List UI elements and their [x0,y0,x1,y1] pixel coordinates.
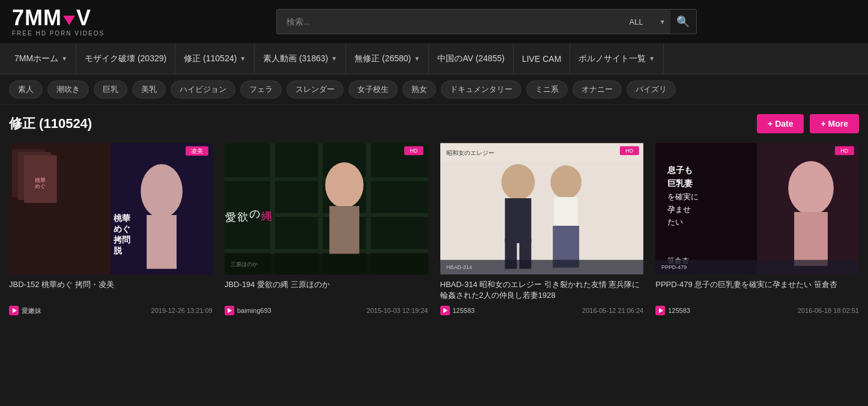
video-title: HBAD-314 昭和女のエレジー 引き裂かれた友情 憲兵隊に輪姦された2人の仲… [440,279,644,302]
svg-text:桃華: 桃華 [113,213,130,223]
tags-bar: 素人潮吹き巨乳美乳ハイビジョンフェラスレンダー女子校生熟女ドキュメンタリーミニ系… [0,74,868,105]
tag-pill[interactable]: ハイビジョン [171,80,235,98]
nav-item-chinese[interactable]: 中国のAV (24855) [429,43,514,74]
tag-pill[interactable]: オナニー [572,80,622,98]
tag-pill[interactable]: 熟女 [402,80,436,98]
svg-text:三原ほのか: 三原ほのか [231,261,258,267]
video-date: 2019-12-26 13:21:09 [151,307,213,314]
meta-left: 125583 [440,306,475,315]
logo-area: 7MM V FREE HD PORN VIDEOS [12,7,105,37]
section-buttons: + Date + More [757,114,859,133]
nav-item-sites[interactable]: ポルノサイト一覧 ▼ [570,43,664,74]
video-thumbnail: 昭和女のエレジー HD HBAD-314 [440,143,644,274]
search-icon: 🔍 [676,15,690,28]
nav-sites-label: ポルノサイト一覧 [578,53,646,64]
tag-pill[interactable]: 素人 [9,80,43,98]
svg-point-51 [788,161,834,215]
video-meta: baiming693 2015-10-03 12:19:24 [225,306,428,315]
video-meta: 125583 2016-06-18 18:02:51 [655,306,859,315]
video-meta: 125583 2016-05-12 21:06:24 [440,306,644,315]
nav-item-amateur[interactable]: 素人動画 (31863) ▼ [255,43,346,74]
search-button[interactable]: 🔍 [670,9,697,34]
svg-text:HBAD-314: HBAD-314 [446,264,472,270]
chevron-down-icon: ▼ [240,55,246,62]
nav-bar: 7MMホーム ▼ モザイク破壊 (20329) 修正 (110524) ▼ 素人… [0,43,868,74]
meta-left: 125583 [655,306,690,315]
logo-subtitle: FREE HD PORN VIDEOS [12,30,105,37]
svg-rect-40 [554,197,578,227]
content-area: 修正 (110524) + Date + More 桃華 めぐ [0,105,868,324]
play-icon [440,306,450,315]
svg-text:拷問: 拷問 [113,234,130,244]
svg-point-8 [141,164,183,218]
svg-rect-25 [329,206,359,254]
svg-text:HD: HD [410,148,417,154]
video-meta: 愛嫩妹 2019-12-26 13:21:09 [9,306,213,315]
nav-item-home[interactable]: 7MMホーム ▼ [6,43,76,74]
tag-pill[interactable]: フェラ [240,80,282,98]
video-card[interactable]: 息子も 巨乳妻 を確実に 孕ませ たい 笹倉杏 HD PPPD-479 PPPD… [655,143,859,315]
svg-rect-9 [147,215,177,269]
video-uploader[interactable]: baiming693 [237,307,272,314]
svg-rect-36 [505,198,531,243]
logo-7mm: 7MM [12,7,62,29]
nav-item-uncensored[interactable]: 無修正 (26580) ▼ [346,43,429,74]
video-uploader[interactable]: 愛嫩妹 [22,306,41,315]
svg-rect-34 [440,143,644,274]
header: 7MM V FREE HD PORN VIDEOS ALL Videos Sta… [0,0,868,43]
meta-left: 愛嫩妹 [9,306,41,315]
nav-censored-label: 修正 (110524) [184,53,237,64]
svg-text:昭和女のエレジー: 昭和女のエレジー [446,150,494,156]
more-filter-button[interactable]: + More [810,114,859,133]
nav-item-livecam[interactable]: LIVE CAM [514,43,570,74]
search-area: ALL Videos Stars Tags ▼ 🔍 [276,9,697,34]
svg-text:巨乳妻: 巨乳妻 [667,178,693,188]
tag-pill[interactable]: パイズリ [627,80,676,98]
section-header: 修正 (110524) + Date + More [9,114,859,133]
tag-pill[interactable]: 巨乳 [94,80,127,98]
svg-text:PPPD-479: PPPD-479 [661,264,687,270]
play-icon [655,306,665,315]
play-icon [9,306,19,315]
video-thumbnail: 息子も 巨乳妻 を確実に 孕ませ たい 笹倉杏 HD PPPD-479 [655,143,859,274]
tag-pill[interactable]: 美乳 [132,80,166,98]
tag-pill[interactable]: スレンダー [287,80,344,98]
video-uploader[interactable]: 125583 [453,307,475,314]
tag-pill[interactable]: 潮吹き [47,80,89,98]
svg-text:脱: 脱 [113,245,123,255]
nav-home-label: 7MMホーム [14,53,58,64]
chevron-down-icon: ▼ [331,55,337,62]
video-date: 2016-06-18 18:02:51 [798,307,859,314]
video-date: 2016-05-12 21:06:24 [582,307,643,314]
search-input[interactable] [276,9,622,34]
svg-point-35 [501,164,535,200]
nav-chinese-label: 中国のAV (24855) [437,53,505,64]
tag-pill[interactable]: ドキュメンタリー [441,80,521,98]
section-title: 修正 (110524) [9,115,92,133]
nav-mosaic-label: モザイク破壊 (20329) [85,53,166,64]
search-category-select[interactable]: ALL Videos Stars Tags [622,9,670,34]
nav-item-censored[interactable]: 修正 (110524) ▼ [175,43,255,74]
video-card[interactable]: 愛 欲 の 縄 三原ほのか HD JBD-194 愛欲の縄 三原ほのか baim… [225,143,428,315]
svg-text:を確実に: を確実に [667,192,699,201]
tag-pill[interactable]: ミニ系 [526,80,568,98]
date-filter-button[interactable]: + Date [757,114,804,133]
svg-point-39 [550,165,581,199]
video-card[interactable]: 昭和女のエレジー HD HBAD-314 HBAD-314 昭和女のエレジー 引… [440,143,644,315]
video-uploader[interactable]: 125583 [668,307,690,314]
tag-pill[interactable]: 女子校生 [348,80,398,98]
logo[interactable]: 7MM V [12,7,91,29]
video-date: 2015-10-03 12:19:24 [366,307,428,314]
video-card[interactable]: 桃華 めぐ 桃華 めぐ 拷問 脱 凌美 JBD-152 桃華めぐ 拷問・凌美 [9,143,213,315]
svg-text:たい: たい [667,217,683,226]
svg-text:めぐ: めぐ [114,223,130,233]
nav-item-mosaic[interactable]: モザイク破壊 (20329) [76,43,175,74]
logo-triangle-icon [63,16,75,25]
svg-text:息子も: 息子も [667,165,693,175]
svg-text:凌美: 凌美 [191,148,203,154]
play-icon [225,306,234,315]
chevron-down-icon: ▼ [414,55,420,62]
video-title: JBD-152 桃華めぐ 拷問・凌美 [9,279,213,302]
svg-rect-52 [794,212,828,266]
meta-left: baiming693 [225,306,272,315]
